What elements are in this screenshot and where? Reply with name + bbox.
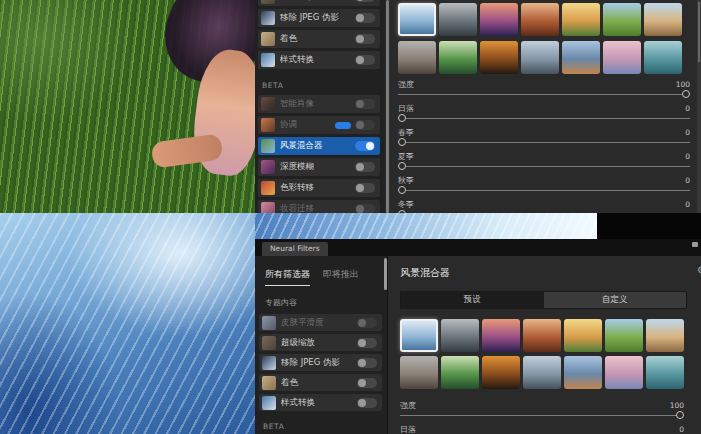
filter-label: 深度模糊: [280, 161, 355, 173]
preset-thumbnail-beach-cliffs[interactable]: [646, 319, 684, 352]
filter-label: 色彩转移: [280, 182, 355, 194]
preset-thumbnail-red-canyon[interactable]: [521, 3, 559, 36]
slider-handle[interactable]: [398, 186, 406, 194]
slider-track[interactable]: [398, 142, 690, 143]
slider-track[interactable]: [398, 94, 690, 95]
filter-row[interactable]: 着色: [258, 30, 380, 48]
toggle-switch[interactable]: [357, 358, 377, 368]
window-body: 所有筛选器 即将推出 专题内容 皮肤平滑度超级缩放移除 JPEG 伪影着色样式转…: [255, 256, 701, 434]
preset-thumbnail-teal-coast[interactable]: [646, 356, 684, 389]
scrollbar-thumb[interactable]: [386, 0, 389, 213]
preset-thumbnail-purple-sunset-peak[interactable]: [480, 3, 518, 36]
slider-冬季: 冬季0: [398, 199, 690, 213]
slider-handle[interactable]: [398, 162, 406, 170]
preset-thumbnail-glacier[interactable]: [398, 3, 436, 36]
preset-thumbnail-gray-mountain-lake[interactable]: [439, 3, 477, 36]
preset-thumbnail-sunrise-field[interactable]: [564, 319, 602, 352]
filter-row[interactable]: 样式转换: [259, 394, 382, 411]
toggle-switch[interactable]: [355, 13, 375, 23]
slider-handle[interactable]: [682, 90, 690, 98]
preset-thumbnail-river-valley[interactable]: [439, 41, 477, 74]
toggle-switch[interactable]: [355, 141, 375, 151]
scrollbar-thumb[interactable]: [698, 2, 700, 62]
filter-row[interactable]: 着色: [259, 374, 382, 391]
window-controls-icon[interactable]: [692, 242, 698, 247]
slider-track[interactable]: [400, 415, 684, 416]
preset-thumbnail-snowy-peak[interactable]: [523, 356, 561, 389]
tab-custom[interactable]: 自定义: [544, 292, 687, 308]
filter-row[interactable]: 超级缩放: [259, 334, 382, 351]
panel-options-icon[interactable]: ⚙: [697, 265, 701, 275]
preset-thumbnail-snowy-peak[interactable]: [521, 41, 559, 74]
toggle-switch[interactable]: [355, 204, 375, 213]
filter-label: 样式转换: [280, 54, 355, 66]
toggle-switch[interactable]: [355, 162, 375, 172]
toggle-switch[interactable]: [355, 120, 375, 130]
filter-label: 着色: [280, 33, 355, 45]
filter-row[interactable]: 样式转换: [258, 51, 380, 69]
slider-label: 春季: [398, 127, 414, 138]
slider-track[interactable]: [398, 166, 690, 167]
neural-filters-window: Neural Filters 所有筛选器 即将推出 专题内容 皮肤平滑度超级缩放…: [255, 239, 701, 434]
filter-row[interactable]: 妆容迁移: [258, 200, 380, 213]
preset-thumbnail-purple-sunset-peak[interactable]: [482, 319, 520, 352]
filter-row[interactable]: 色彩转移: [258, 179, 380, 197]
slider-handle[interactable]: [398, 138, 406, 146]
filter-row[interactable]: 智能肖像: [258, 95, 380, 113]
preset-thumbnail-gray-mountain-lake[interactable]: [441, 319, 479, 352]
filter-row[interactable]: 移除 JPEG 伪影: [258, 9, 380, 27]
slider-value: 0: [679, 425, 684, 434]
preset-thumbnail-beach-cliffs[interactable]: [644, 3, 682, 36]
filter-thumbnail-icon: [262, 396, 276, 410]
beta-section-label: BETA: [263, 422, 382, 431]
preset-thumbnail-yosemite-valley[interactable]: [564, 356, 602, 389]
slider-track[interactable]: [398, 118, 690, 119]
preset-thumbnail-desert-buttes[interactable]: [400, 356, 438, 389]
preset-thumbnail-pink-mist-lake[interactable]: [603, 41, 641, 74]
toggle-switch[interactable]: [357, 318, 377, 328]
tab-all-filters[interactable]: 所有筛选器: [265, 268, 310, 286]
preset-thumbnail-green-meadow[interactable]: [605, 319, 643, 352]
preset-thumbnail-green-meadow[interactable]: [603, 3, 641, 36]
filter-row[interactable]: 深度模糊: [258, 158, 380, 176]
preset-thumbnail-pink-mist-lake[interactable]: [605, 356, 643, 389]
tab-coming-soon[interactable]: 即将推出: [323, 268, 359, 286]
preset-thumbnail-sunrise-field[interactable]: [562, 3, 600, 36]
preset-thumbnail-desert-buttes[interactable]: [398, 41, 436, 74]
preset-thumbnail-river-valley[interactable]: [441, 356, 479, 389]
toggle-switch[interactable]: [357, 398, 377, 408]
filter-thumbnail-icon: [261, 53, 275, 67]
toggle-switch[interactable]: [355, 34, 375, 44]
toggle-switch[interactable]: [355, 183, 375, 193]
toggle-knob: [356, 100, 364, 108]
panel-scrollbar-right[interactable]: [697, 0, 701, 213]
filter-row[interactable]: 风景混合器: [258, 137, 380, 155]
preset-thumbnail-teal-coast[interactable]: [644, 41, 682, 74]
list-scrollbar-thumb[interactable]: [384, 258, 387, 290]
slider-handle[interactable]: [398, 114, 406, 122]
filter-thumbnail-icon: [261, 32, 275, 46]
toggle-knob: [366, 142, 374, 150]
preset-thumbnail-autumn-reflection[interactable]: [480, 41, 518, 74]
preset-thumbnail-glacier[interactable]: [400, 319, 438, 352]
filter-row[interactable]: 移除 JPEG 伪影: [259, 354, 382, 371]
neural-filters-tab[interactable]: Neural Filters: [262, 242, 328, 256]
filter-label: 移除 JPEG 伪影: [281, 357, 357, 369]
tab-presets[interactable]: 预设: [401, 292, 544, 308]
preset-thumbnail-yosemite-valley[interactable]: [562, 41, 600, 74]
toggle-switch[interactable]: [357, 378, 377, 388]
toggle-knob: [356, 14, 364, 22]
slider-handle[interactable]: [676, 411, 684, 419]
filter-label: 超级缩放: [281, 337, 357, 349]
toggle-switch[interactable]: [355, 99, 375, 109]
slider-track[interactable]: [398, 190, 690, 191]
filter-row[interactable]: 超级缩放: [258, 0, 380, 6]
toggle-switch[interactable]: [357, 338, 377, 348]
toggle-switch[interactable]: [355, 55, 375, 65]
preset-thumbnail-red-canyon[interactable]: [523, 319, 561, 352]
filter-row[interactable]: 皮肤平滑度: [259, 314, 382, 331]
preset-thumbnail-autumn-reflection[interactable]: [482, 356, 520, 389]
filter-row[interactable]: 协调: [258, 116, 380, 134]
filter-label: 妆容迁移: [280, 203, 355, 213]
toggle-switch[interactable]: [355, 0, 375, 2]
